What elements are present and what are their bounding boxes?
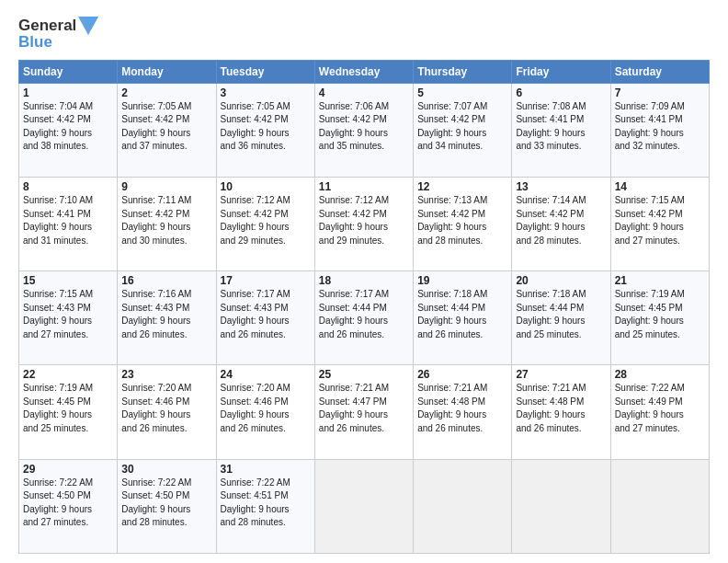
day-info: Sunrise: 7:04 AM Sunset: 4:42 PM Dayligh… <box>23 100 113 154</box>
day-number: 23 <box>121 368 211 381</box>
calendar-table: SundayMondayTuesdayWednesdayThursdayFrid… <box>18 60 710 554</box>
calendar-day-cell: 5 Sunrise: 7:07 AM Sunset: 4:42 PM Dayli… <box>414 83 512 177</box>
day-number: 22 <box>23 368 113 381</box>
calendar-day-cell: 25 Sunrise: 7:21 AM Sunset: 4:47 PM Dayl… <box>314 365 413 459</box>
calendar-day-header: Monday <box>118 60 216 83</box>
day-info: Sunrise: 7:08 AM Sunset: 4:41 PM Dayligh… <box>516 100 606 154</box>
calendar-day-cell: 8 Sunrise: 7:10 AM Sunset: 4:41 PM Dayli… <box>19 178 118 271</box>
day-number: 24 <box>221 368 311 381</box>
calendar-day-cell: 30 Sunrise: 7:22 AM Sunset: 4:50 PM Dayl… <box>118 459 216 553</box>
day-number: 31 <box>221 463 311 476</box>
calendar-day-cell: 7 Sunrise: 7:09 AM Sunset: 4:41 PM Dayli… <box>610 83 709 177</box>
day-number: 3 <box>221 86 311 99</box>
day-info: Sunrise: 7:22 AM Sunset: 4:51 PM Dayligh… <box>221 477 311 530</box>
day-info: Sunrise: 7:19 AM Sunset: 4:45 PM Dayligh… <box>615 288 705 341</box>
calendar-day-cell: 19 Sunrise: 7:18 AM Sunset: 4:44 PM Dayl… <box>414 271 512 365</box>
calendar-day-cell: 16 Sunrise: 7:16 AM Sunset: 4:43 PM Dayl… <box>118 271 216 365</box>
day-number: 10 <box>221 180 311 193</box>
day-number: 21 <box>615 274 705 287</box>
day-info: Sunrise: 7:11 AM Sunset: 4:42 PM Dayligh… <box>121 194 211 247</box>
day-number: 8 <box>23 180 113 193</box>
day-number: 9 <box>121 180 211 193</box>
calendar-day-header: Saturday <box>610 60 709 83</box>
day-number: 27 <box>516 368 606 381</box>
calendar-day-cell: 4 Sunrise: 7:06 AM Sunset: 4:42 PM Dayli… <box>314 83 413 177</box>
day-info: Sunrise: 7:18 AM Sunset: 4:44 PM Dayligh… <box>516 288 606 341</box>
logo-arrow-icon <box>78 17 98 35</box>
calendar-day-cell: 12 Sunrise: 7:13 AM Sunset: 4:42 PM Dayl… <box>414 178 512 271</box>
day-info: Sunrise: 7:20 AM Sunset: 4:46 PM Dayligh… <box>121 382 211 435</box>
calendar-day-cell: 28 Sunrise: 7:22 AM Sunset: 4:49 PM Dayl… <box>610 365 709 459</box>
day-number: 15 <box>23 274 113 287</box>
calendar-week-row: 29 Sunrise: 7:22 AM Sunset: 4:50 PM Dayl… <box>19 459 710 553</box>
calendar-week-row: 15 Sunrise: 7:15 AM Sunset: 4:43 PM Dayl… <box>19 271 710 365</box>
day-number: 1 <box>23 86 113 99</box>
calendar-day-header: Wednesday <box>314 60 413 83</box>
calendar-day-cell: 6 Sunrise: 7:08 AM Sunset: 4:41 PM Dayli… <box>512 83 610 177</box>
calendar-day-cell: 22 Sunrise: 7:19 AM Sunset: 4:45 PM Dayl… <box>19 365 118 459</box>
day-number: 18 <box>319 274 409 287</box>
calendar-day-cell <box>314 459 413 553</box>
day-number: 28 <box>615 368 705 381</box>
calendar-day-cell: 15 Sunrise: 7:15 AM Sunset: 4:43 PM Dayl… <box>19 271 118 365</box>
day-number: 30 <box>121 463 211 476</box>
day-info: Sunrise: 7:12 AM Sunset: 4:42 PM Dayligh… <box>221 194 311 247</box>
calendar-day-cell: 9 Sunrise: 7:11 AM Sunset: 4:42 PM Dayli… <box>118 178 216 271</box>
day-info: Sunrise: 7:16 AM Sunset: 4:43 PM Dayligh… <box>121 288 211 341</box>
day-info: Sunrise: 7:14 AM Sunset: 4:42 PM Dayligh… <box>516 194 606 247</box>
logo-general: General <box>18 17 76 35</box>
calendar-day-cell <box>414 459 512 553</box>
day-number: 16 <box>121 274 211 287</box>
day-info: Sunrise: 7:12 AM Sunset: 4:42 PM Dayligh… <box>319 194 409 247</box>
day-info: Sunrise: 7:22 AM Sunset: 4:50 PM Dayligh… <box>23 477 113 530</box>
calendar-day-cell: 26 Sunrise: 7:21 AM Sunset: 4:48 PM Dayl… <box>414 365 512 459</box>
day-number: 25 <box>319 368 409 381</box>
day-number: 4 <box>319 86 409 99</box>
calendar-day-cell: 2 Sunrise: 7:05 AM Sunset: 4:42 PM Dayli… <box>118 83 216 177</box>
calendar-week-row: 1 Sunrise: 7:04 AM Sunset: 4:42 PM Dayli… <box>19 83 710 177</box>
day-info: Sunrise: 7:17 AM Sunset: 4:44 PM Dayligh… <box>319 288 409 341</box>
day-info: Sunrise: 7:18 AM Sunset: 4:44 PM Dayligh… <box>417 288 507 341</box>
day-info: Sunrise: 7:17 AM Sunset: 4:43 PM Dayligh… <box>221 288 311 341</box>
page: General Blue SundayMondayTuesdayWednesda… <box>0 0 728 563</box>
day-number: 11 <box>319 180 409 193</box>
calendar-day-cell: 24 Sunrise: 7:20 AM Sunset: 4:46 PM Dayl… <box>216 365 314 459</box>
calendar-body: 1 Sunrise: 7:04 AM Sunset: 4:42 PM Dayli… <box>19 83 710 553</box>
day-number: 5 <box>417 86 507 99</box>
day-number: 13 <box>516 180 606 193</box>
day-info: Sunrise: 7:05 AM Sunset: 4:42 PM Dayligh… <box>221 100 311 154</box>
day-info: Sunrise: 7:21 AM Sunset: 4:47 PM Dayligh… <box>319 382 409 435</box>
logo-blue: Blue <box>18 33 52 52</box>
calendar-day-cell <box>610 459 709 553</box>
day-info: Sunrise: 7:13 AM Sunset: 4:42 PM Dayligh… <box>417 194 507 247</box>
day-info: Sunrise: 7:06 AM Sunset: 4:42 PM Dayligh… <box>319 100 409 154</box>
day-info: Sunrise: 7:21 AM Sunset: 4:48 PM Dayligh… <box>516 382 606 435</box>
calendar-day-cell: 31 Sunrise: 7:22 AM Sunset: 4:51 PM Dayl… <box>216 459 314 553</box>
calendar-day-cell: 14 Sunrise: 7:15 AM Sunset: 4:42 PM Dayl… <box>610 178 709 271</box>
header: General Blue <box>18 17 710 52</box>
calendar-day-cell: 29 Sunrise: 7:22 AM Sunset: 4:50 PM Dayl… <box>19 459 118 553</box>
day-info: Sunrise: 7:09 AM Sunset: 4:41 PM Dayligh… <box>615 100 705 154</box>
day-number: 29 <box>23 463 113 476</box>
day-info: Sunrise: 7:21 AM Sunset: 4:48 PM Dayligh… <box>417 382 507 435</box>
day-number: 2 <box>121 86 211 99</box>
calendar-day-cell: 1 Sunrise: 7:04 AM Sunset: 4:42 PM Dayli… <box>19 83 118 177</box>
day-number: 26 <box>417 368 507 381</box>
calendar-day-cell: 17 Sunrise: 7:17 AM Sunset: 4:43 PM Dayl… <box>216 271 314 365</box>
calendar-week-row: 22 Sunrise: 7:19 AM Sunset: 4:45 PM Dayl… <box>19 365 710 459</box>
day-number: 19 <box>417 274 507 287</box>
calendar-day-header: Friday <box>512 60 610 83</box>
calendar-header-row: SundayMondayTuesdayWednesdayThursdayFrid… <box>19 60 710 83</box>
calendar-day-cell: 18 Sunrise: 7:17 AM Sunset: 4:44 PM Dayl… <box>314 271 413 365</box>
logo: General Blue <box>18 17 98 52</box>
calendar-day-header: Thursday <box>414 60 512 83</box>
day-number: 12 <box>417 180 507 193</box>
calendar-day-cell: 10 Sunrise: 7:12 AM Sunset: 4:42 PM Dayl… <box>216 178 314 271</box>
day-info: Sunrise: 7:10 AM Sunset: 4:41 PM Dayligh… <box>23 194 113 247</box>
day-number: 14 <box>615 180 705 193</box>
day-info: Sunrise: 7:05 AM Sunset: 4:42 PM Dayligh… <box>121 100 211 154</box>
day-number: 20 <box>516 274 606 287</box>
day-number: 6 <box>516 86 606 99</box>
day-info: Sunrise: 7:15 AM Sunset: 4:43 PM Dayligh… <box>23 288 113 341</box>
calendar-day-cell: 11 Sunrise: 7:12 AM Sunset: 4:42 PM Dayl… <box>314 178 413 271</box>
